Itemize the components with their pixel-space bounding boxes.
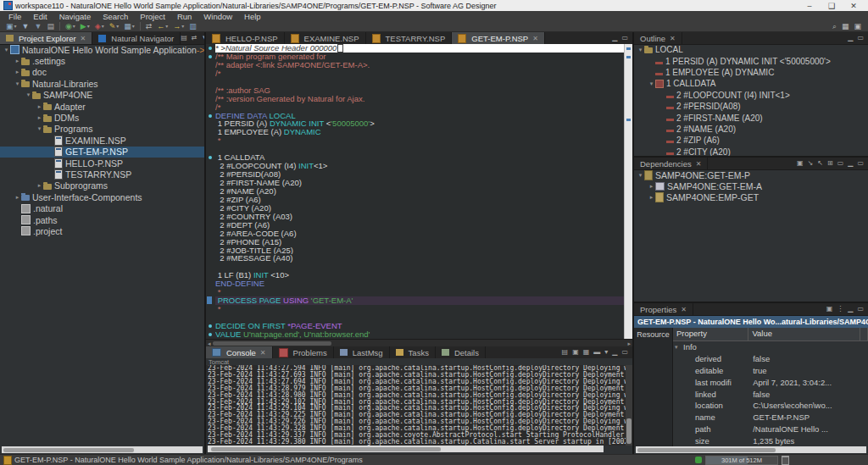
heap-gauge[interactable]: 301M of 512M bbox=[705, 456, 778, 465]
tree-item-testarry-nsp[interactable]: TESTARRY.NSP bbox=[0, 169, 204, 180]
tree-item-2-first-name-a20[interactable]: 2 #FIRST-NAME (A20) bbox=[634, 112, 868, 123]
expander-icon[interactable]: ▸ bbox=[36, 182, 43, 189]
explorer-hscrollbar[interactable] bbox=[2, 446, 203, 453]
tree-item-examine-nsp[interactable]: EXAMINE.NSP bbox=[0, 135, 204, 146]
dropdown-arrow-icon[interactable]: ▾ bbox=[116, 24, 119, 29]
property-row-size[interactable]: size1,235 bytes bbox=[673, 435, 868, 446]
view-tool-icon[interactable]: ▣ bbox=[826, 306, 833, 313]
tree-item-1-persid-a-dynamic-init-50005000[interactable]: 1 PERSID (A) DYNAMIC INIT <'50005000'> bbox=[634, 55, 868, 66]
toolbar-save-all-icon[interactable]: ▼ bbox=[31, 21, 44, 31]
expander-icon[interactable]: ▾ bbox=[637, 172, 644, 179]
tree-item-1-employee-a-dynamic[interactable]: 1 EMPLOYEE (A) DYNAMIC bbox=[634, 67, 868, 78]
tree-item-hello-p-nsp[interactable]: HELLO-P.NSP bbox=[0, 158, 204, 169]
tree-item-samp4one-emp-get[interactable]: ▸SAMP4ONE:EMP-GET bbox=[634, 192, 868, 203]
outline-tree[interactable]: ▾LOCAL1 PERSID (A) DYNAMIC INIT <'500050… bbox=[634, 44, 868, 156]
natural-perspective-icon[interactable]: ▣ bbox=[854, 22, 861, 30]
dropdown-arrow-icon[interactable]: ▾ bbox=[87, 24, 90, 29]
console-vscrollbar[interactable] bbox=[626, 365, 632, 446]
view-tool-icon[interactable]: ▾ bbox=[604, 349, 608, 356]
view-tool-icon[interactable]: ▬ bbox=[593, 349, 600, 356]
toolbar-resource-icon[interactable]: ▥ bbox=[186, 21, 199, 31]
dropdown-arrow-icon[interactable]: ▾ bbox=[181, 24, 184, 29]
menu-navigate[interactable]: Navigate bbox=[53, 12, 97, 21]
minimize-icon[interactable]: ▁ bbox=[848, 160, 853, 167]
toolbar-forward-icon[interactable]: →▾ bbox=[170, 21, 186, 31]
close-icon[interactable]: ✕ bbox=[681, 306, 687, 313]
expander-icon[interactable]: ▸ bbox=[648, 194, 655, 201]
toolbar-new-wizard-icon[interactable]: ▣▾ bbox=[3, 21, 19, 31]
toolbar-save-icon[interactable]: ▼ bbox=[19, 21, 32, 31]
tree-item-naturalone-hello-world-sample-application[interactable]: ▾NaturalONE Hello World Sample Applicati… bbox=[0, 44, 204, 55]
tree-item-paths[interactable]: .paths bbox=[0, 214, 204, 225]
view-tool-icon[interactable]: ▦ bbox=[583, 349, 590, 356]
close-icon[interactable]: ✕ bbox=[696, 160, 702, 168]
maximize-icon[interactable]: ▭ bbox=[621, 35, 628, 42]
tree-item-project[interactable]: .project bbox=[0, 225, 204, 236]
expander-icon[interactable]: ▾ bbox=[25, 91, 32, 98]
tree-item-2-persid-a08[interactable]: 2 #PERSID(A08) bbox=[634, 101, 868, 112]
minimize-icon[interactable]: ▁ bbox=[848, 35, 853, 42]
minimize-icon[interactable]: ▁ bbox=[612, 349, 617, 356]
view-tool-icon[interactable]: ↖ bbox=[817, 160, 823, 167]
properties-hscrollbar[interactable] bbox=[636, 446, 866, 453]
tree-item-settings[interactable]: ▸.settings bbox=[0, 55, 204, 66]
tab-hello-p-nsp[interactable]: HELLO-P.NSP bbox=[206, 32, 285, 44]
close-icon[interactable]: ✕ bbox=[260, 349, 266, 357]
tree-item-samp4one-get-em-a[interactable]: ▸SAMP4ONE:GET-EM-A bbox=[634, 180, 868, 191]
menu-project[interactable]: Project bbox=[134, 12, 171, 21]
tree-item-adapter[interactable]: ▸Adapter bbox=[0, 101, 204, 112]
console-hscrollbar[interactable] bbox=[208, 446, 604, 452]
minimize-icon[interactable]: ▁ bbox=[612, 35, 617, 42]
tree-item-2-zip-a6[interactable]: 2 #ZIP (A6) bbox=[634, 135, 868, 146]
tree-item-2-name-a20[interactable]: 2 #NAME (A20) bbox=[634, 124, 868, 135]
minimize-icon[interactable]: ▁ bbox=[848, 306, 853, 313]
tree-item-programs[interactable]: ▾Programs bbox=[0, 124, 204, 135]
close-icon[interactable]: ✕ bbox=[843, 2, 865, 10]
tab-console[interactable]: Console✕ bbox=[206, 346, 273, 358]
close-icon[interactable]: ✕ bbox=[81, 35, 86, 42]
expander-icon[interactable]: ▾ bbox=[14, 80, 21, 87]
property-group-info[interactable]: ▾Info bbox=[673, 341, 868, 353]
close-icon[interactable]: ✕ bbox=[670, 35, 676, 42]
toolbar-run-icon[interactable]: ▶▾ bbox=[78, 21, 92, 31]
maximize-icon[interactable]: ▭ bbox=[857, 35, 864, 42]
tree-item-get-em-p-nsp[interactable]: GET-EM-P.NSP bbox=[0, 147, 204, 158]
view-tool-icon[interactable]: ▣ bbox=[572, 349, 579, 356]
maximize-icon[interactable]: ▭ bbox=[857, 306, 864, 313]
tab-get-em-p-nsp[interactable]: GET-EM-P.NSP✕ bbox=[452, 32, 545, 44]
garbage-collect-icon[interactable] bbox=[782, 456, 789, 465]
expander-icon[interactable]: ▸ bbox=[14, 58, 21, 64]
menu-help[interactable]: Help bbox=[238, 12, 267, 21]
project-explorer-tree[interactable]: ▾NaturalONE Hello World Sample Applicati… bbox=[0, 44, 204, 446]
tab-resource[interactable]: Resource bbox=[634, 328, 673, 447]
property-row-derived[interactable]: derivedfalse bbox=[673, 353, 868, 365]
expander-icon[interactable]: ▸ bbox=[14, 69, 21, 75]
tab-dependencies[interactable]: Dependencies✕ bbox=[634, 158, 708, 169]
maximize-icon[interactable]: ❑ bbox=[821, 2, 843, 10]
tree-item-local[interactable]: ▾LOCAL bbox=[634, 44, 868, 55]
view-tool-icon[interactable]: ⋮ bbox=[837, 306, 843, 313]
view-tool-icon[interactable]: ▤ bbox=[562, 349, 569, 356]
tree-item-samp4one[interactable]: ▾SAMP4ONE bbox=[0, 90, 204, 101]
toolbar-link-editor-icon[interactable]: ⇄ bbox=[143, 21, 155, 31]
menu-window[interactable]: Window bbox=[198, 12, 238, 21]
tab-lastmsg[interactable]: LastMsg bbox=[334, 346, 390, 358]
toolbar-profile-icon[interactable]: ◈▾ bbox=[92, 21, 107, 31]
tree-item-ddms[interactable]: ▸DDMs bbox=[0, 112, 204, 123]
property-row-last-modifi[interactable]: last modifiApril 7, 2021, 3:04:2... bbox=[673, 376, 868, 388]
expander-icon[interactable]: ▾ bbox=[675, 344, 682, 351]
dependencies-tree[interactable]: ▾SAMP4ONE:GET-EM-P▸SAMP4ONE:GET-EM-A▸SAM… bbox=[634, 169, 868, 302]
dropdown-arrow-icon[interactable]: ▾ bbox=[102, 24, 104, 29]
expander-icon[interactable]: ▾ bbox=[3, 47, 10, 53]
menu-edit[interactable]: Edit bbox=[27, 12, 53, 21]
menu-file[interactable]: File bbox=[3, 12, 27, 21]
dropdown-arrow-icon[interactable]: ▾ bbox=[165, 24, 168, 29]
expander-icon[interactable]: ▸ bbox=[36, 114, 43, 121]
tree-item-2-loopcount-i4-init-1[interactable]: 2 #LOOPCOUNT (I4) INIT<1> bbox=[634, 90, 868, 101]
toolbar-back-icon[interactable]: ←▾ bbox=[154, 21, 170, 31]
overview-ruler[interactable] bbox=[624, 44, 632, 339]
tree-item-natural-libraries[interactable]: ▾Natural-Libraries bbox=[0, 78, 204, 89]
close-icon[interactable]: ✕ bbox=[532, 35, 538, 42]
search-icon[interactable]: ⌕ bbox=[832, 22, 837, 31]
expander-icon[interactable]: ▾ bbox=[637, 47, 644, 53]
